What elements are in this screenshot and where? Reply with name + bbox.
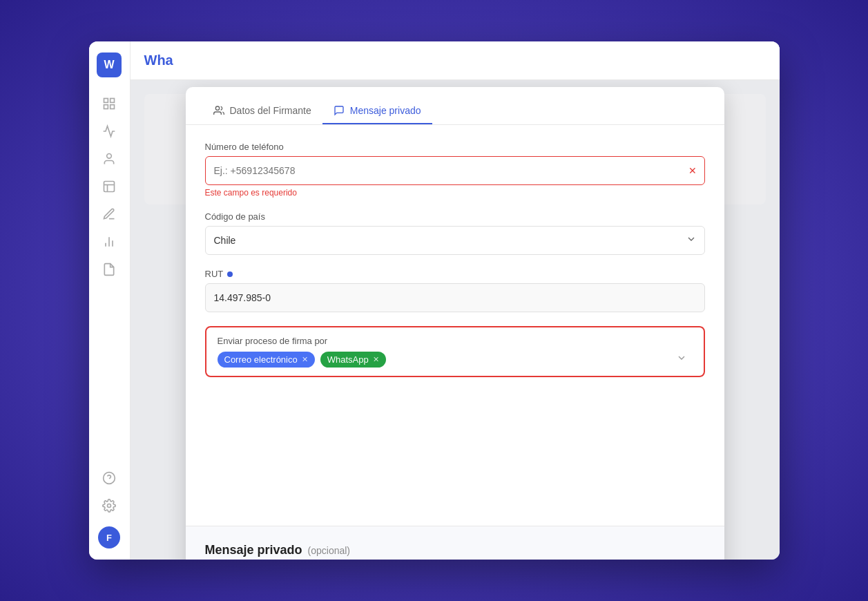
tag-whatsapp: WhatsApp ✕ bbox=[320, 352, 386, 368]
tag-correo-label: Correo electrónico bbox=[224, 354, 298, 365]
private-message-section: Mensaje privado (opcional) El siguiente … bbox=[186, 526, 724, 560]
modal-overlay: Datos del Firmante Mensaje privado bbox=[131, 80, 780, 560]
private-msg-optional: (opcional) bbox=[308, 545, 350, 556]
sidebar-item-grid[interactable] bbox=[97, 91, 122, 116]
page-title: Wha bbox=[144, 53, 173, 68]
svg-rect-2 bbox=[104, 105, 108, 109]
svg-rect-1 bbox=[110, 99, 115, 103]
send-method-label: Enviar proceso de firma por bbox=[218, 336, 693, 346]
top-bar: Wha bbox=[131, 41, 780, 80]
nav-mensaje-privado-label: Mensaje privado bbox=[350, 105, 421, 116]
country-select-wrapper: Chile bbox=[205, 226, 705, 255]
content-area: Datos del Firmante Mensaje privado bbox=[131, 80, 780, 560]
form-panel: Número de teléfono ✕ Este campo es reque… bbox=[186, 125, 724, 526]
private-msg-title: Mensaje privado bbox=[205, 543, 302, 557]
sidebar-item-docs[interactable] bbox=[97, 257, 122, 282]
country-section: Código de país Chile bbox=[205, 211, 705, 255]
send-method-box: Enviar proceso de firma por Correo elect… bbox=[205, 326, 705, 377]
country-select[interactable]: Chile bbox=[205, 226, 705, 255]
nav-datos-firmante-label: Datos del Firmante bbox=[230, 105, 311, 116]
rut-input-wrapper bbox=[205, 283, 705, 312]
main-content: Wha D bbox=[131, 41, 780, 560]
user-avatar[interactable]: F bbox=[98, 526, 120, 548]
sidebar-item-users[interactable] bbox=[97, 146, 122, 171]
rut-input[interactable] bbox=[205, 283, 705, 312]
sidebar-item-templates[interactable] bbox=[97, 174, 122, 199]
svg-rect-3 bbox=[110, 105, 115, 109]
clear-phone-button[interactable]: ✕ bbox=[688, 165, 697, 176]
phone-input-wrapper: ✕ bbox=[205, 156, 705, 185]
send-method-arrow-icon bbox=[676, 352, 687, 366]
country-label: Código de país bbox=[205, 211, 705, 222]
sidebar-item-reports[interactable] bbox=[97, 229, 122, 254]
svg-point-14 bbox=[215, 106, 219, 110]
svg-rect-5 bbox=[104, 182, 115, 192]
rut-section: RUT bbox=[205, 269, 705, 312]
nav-datos-firmante[interactable]: Datos del Firmante bbox=[202, 98, 322, 124]
sidebar-item-settings[interactable] bbox=[97, 493, 122, 518]
modal-body: Número de teléfono ✕ Este campo es reque… bbox=[186, 125, 724, 526]
svg-point-4 bbox=[107, 154, 112, 159]
tags-row: Correo electrónico ✕ WhatsApp ✕ bbox=[218, 352, 693, 368]
app-window: W bbox=[89, 41, 780, 560]
app-logo: W bbox=[97, 53, 122, 77]
phone-error-text: Este campo es requerido bbox=[205, 188, 705, 198]
rut-info-dot bbox=[227, 271, 233, 277]
tag-correo: Correo electrónico ✕ bbox=[218, 352, 315, 368]
sidebar: W bbox=[89, 41, 131, 560]
nav-mensaje-privado[interactable]: Mensaje privado bbox=[322, 98, 432, 124]
svg-rect-0 bbox=[104, 99, 108, 103]
rut-label: RUT bbox=[205, 269, 705, 279]
remove-whatsapp-button[interactable]: ✕ bbox=[373, 355, 379, 364]
phone-label: Número de teléfono bbox=[205, 142, 705, 152]
modal-dialog: Datos del Firmante Mensaje privado bbox=[186, 87, 724, 560]
remove-correo-button[interactable]: ✕ bbox=[302, 355, 308, 364]
sidebar-item-analytics[interactable] bbox=[97, 119, 122, 144]
tag-whatsapp-label: WhatsApp bbox=[327, 354, 369, 365]
modal-nav: Datos del Firmante Mensaje privado bbox=[186, 87, 724, 125]
sidebar-item-sign[interactable] bbox=[97, 202, 122, 227]
phone-input[interactable] bbox=[205, 156, 705, 185]
phone-section: Número de teléfono ✕ Este campo es reque… bbox=[205, 142, 705, 198]
sidebar-item-help[interactable] bbox=[97, 466, 122, 490]
svg-point-13 bbox=[108, 504, 111, 508]
